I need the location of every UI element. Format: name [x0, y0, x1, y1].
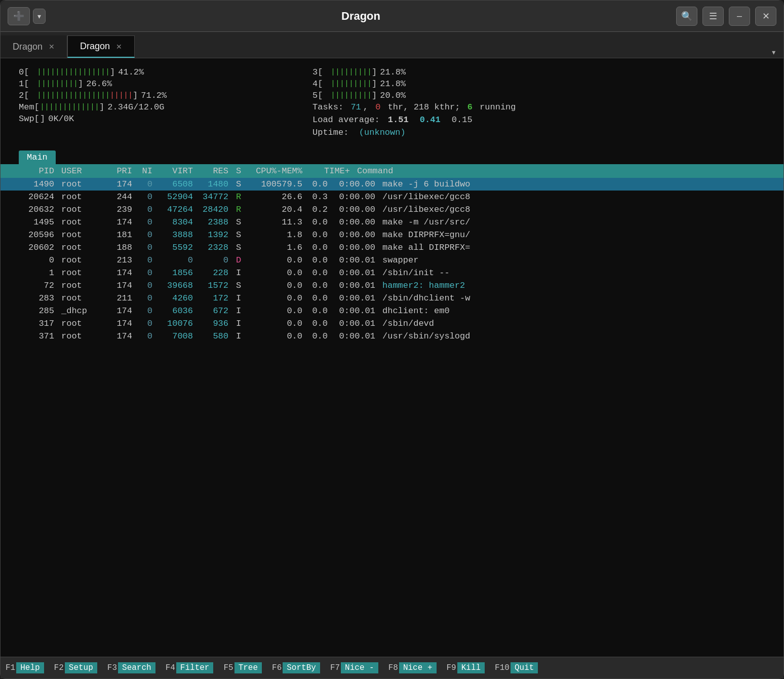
- cell-ni: 0: [137, 217, 152, 227]
- funckey-f3[interactable]: F3Search: [102, 660, 161, 675]
- header-time: TIME+: [309, 166, 350, 176]
- table-row[interactable]: 20596 root 181 0 3888 1392 S 1.8 0.0 0:0…: [1, 229, 783, 241]
- cell-ni: 0: [137, 255, 152, 265]
- cell-user: root: [61, 331, 107, 341]
- cell-virt: 1856: [158, 268, 193, 278]
- cell-virt: 47264: [158, 205, 193, 214]
- header-pid: PID: [19, 166, 54, 176]
- funckey-f1[interactable]: F1Help: [1, 660, 49, 675]
- cell-cpu: 20.4: [252, 205, 302, 214]
- funckey-f6[interactable]: F6SortBy: [267, 660, 325, 675]
- cpu-4-pct: 21.8%: [380, 79, 406, 89]
- cell-pri: 174: [107, 179, 132, 189]
- tab-menu-button[interactable]: ▾: [33, 9, 46, 24]
- tab-dropdown-button[interactable]: ▾: [764, 47, 783, 58]
- tab-1[interactable]: Dragon ✕: [1, 35, 67, 58]
- funckey-f4[interactable]: F4Filter: [161, 660, 219, 675]
- table-row[interactable]: 20602 root 188 0 5592 2328 S 1.6 0.0 0:0…: [1, 241, 783, 254]
- cell-pri: 174: [107, 217, 132, 227]
- table-row[interactable]: 0 root 213 0 0 0 D 0.0 0.0 0:00.01 swapp…: [1, 254, 783, 267]
- cell-cpu: 0.0: [252, 306, 302, 316]
- cell-time: 0:00.00: [335, 192, 375, 202]
- window: ➕ ▾ Dragon 🔍 ☰ – ✕ Dragon ✕ Dragon ✕ ▾: [0, 0, 784, 679]
- funckey-f10[interactable]: F10Quit: [490, 660, 543, 675]
- table-row[interactable]: 1495 root 174 0 8304 2388 S 11.3 0.0 0:0…: [1, 216, 783, 229]
- cell-cmd: /sbin/devd: [382, 319, 765, 328]
- table-row[interactable]: 1490 root 174 0 6508 1480 S 100579.5 0.0…: [1, 178, 783, 191]
- cell-cpu: 0.0: [252, 268, 302, 278]
- load-v1: 1.51: [388, 115, 409, 125]
- table-row[interactable]: 371 root 174 0 7008 580 I 0.0 0.0 0:00.0…: [1, 330, 783, 343]
- process-header: PID USER PRI NI VIRT RES S CPU%-MEM% TIM…: [1, 164, 783, 178]
- cpu-2-label: 2[: [19, 91, 37, 100]
- table-row[interactable]: 20632 root 239 0 47264 28420 R 20.4 0.2 …: [1, 203, 783, 216]
- cell-cmd: make -j 6 buildwo: [382, 179, 765, 189]
- cell-pid: 1: [19, 268, 54, 278]
- minimize-button[interactable]: –: [729, 7, 750, 26]
- table-row[interactable]: 317 root 174 0 10076 936 I 0.0 0.0 0:00.…: [1, 317, 783, 330]
- cell-s: I: [232, 331, 245, 341]
- swp-val: 0K/0K: [48, 114, 74, 124]
- tasks-running: 6: [467, 102, 473, 112]
- tab-1-label: Dragon: [13, 42, 43, 52]
- tab-2[interactable]: Dragon ✕: [67, 35, 135, 58]
- tab-2-close[interactable]: ✕: [116, 43, 122, 51]
- cell-cmd: /sbin/init --: [382, 268, 765, 278]
- cell-user: root: [61, 205, 107, 214]
- cell-s: I: [232, 306, 245, 316]
- cell-ni: 0: [137, 331, 152, 341]
- cell-cmd: make all DIRPRFX=: [382, 243, 765, 252]
- cell-virt: 5592: [158, 243, 193, 252]
- header-ni: NI: [137, 166, 152, 176]
- cell-user: root: [61, 255, 107, 265]
- main-tab[interactable]: Main: [19, 150, 56, 164]
- cell-user: root: [61, 319, 107, 328]
- cell-s: S: [232, 281, 245, 290]
- cell-time: 0:00.01: [335, 306, 375, 316]
- cell-ni: 0: [137, 192, 152, 202]
- funckey-f2[interactable]: F2Setup: [49, 660, 102, 675]
- cell-res: 1392: [198, 230, 228, 240]
- cpu-2-bars-green: ||||||||||||||||: [37, 91, 110, 100]
- menu-button[interactable]: ☰: [702, 7, 724, 26]
- cell-user: root: [61, 281, 107, 290]
- table-row[interactable]: 283 root 211 0 4260 172 I 0.0 0.0 0:00.0…: [1, 292, 783, 305]
- cell-res: 936: [198, 319, 228, 328]
- cell-pri: 174: [107, 281, 132, 290]
- cell-mem: 0.0: [302, 268, 328, 278]
- cell-pri: 174: [107, 319, 132, 328]
- table-row[interactable]: 20624 root 244 0 52904 34772 R 26.6 0.3 …: [1, 191, 783, 203]
- cell-cmd: /sbin/dhclient -w: [382, 293, 765, 303]
- search-button[interactable]: 🔍: [676, 7, 697, 26]
- tab-bar: Dragon ✕ Dragon ✕ ▾: [1, 32, 783, 58]
- cpu-5-meter: 5[ ||||||||| ] 20.0%: [312, 91, 765, 100]
- table-row[interactable]: 285 _dhcp 174 0 6036 672 I 0.0 0.0 0:00.…: [1, 305, 783, 317]
- table-row[interactable]: 72 root 174 0 39668 1572 S 0.0 0.0 0:00.…: [1, 279, 783, 292]
- cell-ni: 0: [137, 319, 152, 328]
- cell-mem: 0.0: [302, 331, 328, 341]
- cell-ni: 0: [137, 306, 152, 316]
- load-v3: 0.15: [452, 115, 473, 125]
- header-s: S: [232, 166, 245, 176]
- close-button[interactable]: ✕: [755, 7, 776, 26]
- funckey-f9[interactable]: F9Kill: [442, 660, 490, 675]
- funckey-f8[interactable]: F8Nice +: [383, 660, 442, 675]
- cell-pid: 371: [19, 331, 54, 341]
- funckey-f7[interactable]: F7Nice -: [325, 660, 383, 675]
- table-row[interactable]: 1 root 174 0 1856 228 I 0.0 0.0 0:00.01 …: [1, 267, 783, 279]
- cell-virt: 10076: [158, 319, 193, 328]
- cell-user: root: [61, 192, 107, 202]
- new-tab-button[interactable]: ➕: [8, 7, 30, 25]
- cell-user: _dhcp: [61, 306, 107, 316]
- funckey-f5[interactable]: F5Tree: [218, 660, 267, 675]
- cell-res: 28420: [198, 205, 228, 214]
- cell-cmd: /usr/sbin/syslogd: [382, 331, 765, 341]
- cell-user: root: [61, 243, 107, 252]
- cell-mem: 0.0: [302, 293, 328, 303]
- cell-mem: 0.3: [302, 192, 328, 202]
- tasks-total: 71: [350, 102, 361, 112]
- tab-1-close[interactable]: ✕: [49, 43, 55, 51]
- cell-ni: 0: [137, 230, 152, 240]
- cell-s: S: [232, 179, 245, 189]
- cell-pid: 0: [19, 255, 54, 265]
